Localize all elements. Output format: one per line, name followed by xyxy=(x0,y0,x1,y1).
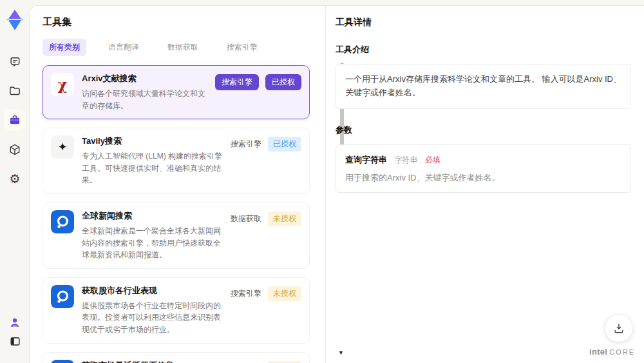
app-logo-icon[interactable] xyxy=(5,9,24,31)
param-type: 字符串 xyxy=(394,155,417,164)
download-button[interactable] xyxy=(605,314,633,342)
core-wordmark: CORE xyxy=(609,348,635,356)
tool-name: 全球新闻搜索 xyxy=(82,210,224,222)
main-panel: 工具集 所有类别 语言翻译 数据获取 搜索引擎 χ Arxiv文献搜索 访问各个… xyxy=(30,5,644,363)
chat-icon[interactable] xyxy=(6,54,23,70)
intro-section-title: 工具介绍 xyxy=(336,44,631,55)
param-required-flag: 必填 xyxy=(425,155,440,164)
tab-all-categories[interactable]: 所有类别 xyxy=(43,39,86,56)
tool-desc: 全球新闻搜索是一个聚合全球各大新闻网站内容的搜索引擎，帮助用户快速获取全球最新资… xyxy=(82,225,224,261)
gear-glyph: ⚙ xyxy=(9,173,20,185)
tool-card-tavily[interactable]: ✦ Tavily搜索 专为人工智能代理 (LLM) 构建的搜索引擎工具。可快速提… xyxy=(43,128,310,194)
intel-wordmark: intel xyxy=(589,347,607,357)
param-box: 查询字符串 字符串 必填 用于搜索的Arxiv ID、关键字或作者姓名。 xyxy=(336,144,631,193)
tool-desc: 专为人工智能代理 (LLM) 构建的搜索引擎工具。可快速提供实时、准确和真实的结… xyxy=(82,150,224,186)
tool-detail-panel: 工具详情 工具介绍 一个用于从Arxiv存储库搜索科学论文和文章的工具。 输入可… xyxy=(326,6,644,363)
auth-badge: 未授权 xyxy=(268,211,301,226)
page-title: 工具集 xyxy=(43,16,310,28)
tool-card-sector-performance[interactable]: 获取股市各行业表现 提供股票市场各个行业在特定时间段内的表现。投资者可以利用这些… xyxy=(43,277,310,344)
auth-badge: 已授权 xyxy=(268,137,301,152)
folder-icon[interactable] xyxy=(6,83,23,99)
tool-name: 获取市场最活跃股票信息 xyxy=(82,360,224,363)
user-icon[interactable] xyxy=(6,314,23,331)
detail-title: 工具详情 xyxy=(336,17,631,28)
tool-desc: 访问各个研究领域大量科学论文和文章的存储库。 xyxy=(82,88,209,112)
tab-search-engine[interactable]: 搜索引擎 xyxy=(220,39,264,56)
blue-search-logo-icon xyxy=(51,285,74,308)
tab-data-fetch[interactable]: 数据获取 xyxy=(161,39,205,56)
category-label: 数据获取 xyxy=(231,213,261,224)
tool-name: 获取股市各行业表现 xyxy=(82,285,224,297)
arxiv-glyph: χ xyxy=(58,76,67,93)
param-header: 查询字符串 字符串 必填 xyxy=(345,153,621,166)
blue-search-logo-icon xyxy=(51,210,74,233)
category-button[interactable]: 搜索引擎 xyxy=(215,74,259,90)
tool-name: Tavily搜索 xyxy=(82,135,224,147)
blue-search-logo-icon xyxy=(51,360,74,363)
cube-icon[interactable] xyxy=(6,141,23,158)
tavily-star-icon: ✦ xyxy=(51,135,74,159)
briefcase-icon[interactable] xyxy=(6,112,23,128)
download-icon xyxy=(612,322,625,335)
category-label: 搜索引擎 xyxy=(231,288,261,299)
gear-icon[interactable]: ⚙ xyxy=(6,170,23,187)
tab-language-translation[interactable]: 语言翻译 xyxy=(102,39,146,56)
param-desc: 用于搜索的Arxiv ID、关键字或作者姓名。 xyxy=(345,172,621,184)
tool-card-arxiv[interactable]: χ Arxiv文献搜索 访问各个研究领域大量科学论文和文章的存储库。 搜索引擎 … xyxy=(43,65,310,119)
left-rail: ⚙ xyxy=(0,0,30,363)
category-label: 搜索引擎 xyxy=(231,139,261,150)
auth-badge: 未授权 xyxy=(268,286,301,301)
intro-text: 一个用于从Arxiv存储库搜索科学论文和文章的工具。 输入可以是Arxiv ID… xyxy=(345,73,621,100)
tool-desc: 提供股票市场各个行业在特定时间段内的表现。投资者可以利用这些信息来识别表现优于或… xyxy=(82,300,224,336)
category-tabs: 所有类别 语言翻译 数据获取 搜索引擎 xyxy=(43,39,310,56)
intel-core-logo: intelCORE xyxy=(589,346,635,357)
intro-box: 一个用于从Arxiv存储库搜索科学论文和文章的工具。 输入可以是Arxiv ID… xyxy=(336,64,631,109)
tool-name: Arxiv文献搜索 xyxy=(82,73,209,84)
tool-card-most-active-stocks[interactable]: 获取市场最活跃股票信息 提供当天交易量最高的股票列表。投资者可以利用这些信息来识… xyxy=(43,352,310,363)
params-section-title: 参数 xyxy=(336,124,631,136)
tool-card-global-news[interactable]: 全球新闻搜索 全球新闻搜索是一个聚合全球各大新闻网站内容的搜索引擎，帮助用户快速… xyxy=(43,202,310,269)
panel-toggle-icon[interactable] xyxy=(6,333,23,349)
tool-list-panel: 工具集 所有类别 语言翻译 数据获取 搜索引擎 χ Arxiv文献搜索 访问各个… xyxy=(30,6,325,363)
auth-badge: 未授权 xyxy=(268,361,301,363)
star-glyph: ✦ xyxy=(57,140,67,154)
arxiv-logo-icon: χ xyxy=(51,73,74,96)
auth-button[interactable]: 已授权 xyxy=(265,74,301,90)
param-name: 查询字符串 xyxy=(345,155,387,164)
